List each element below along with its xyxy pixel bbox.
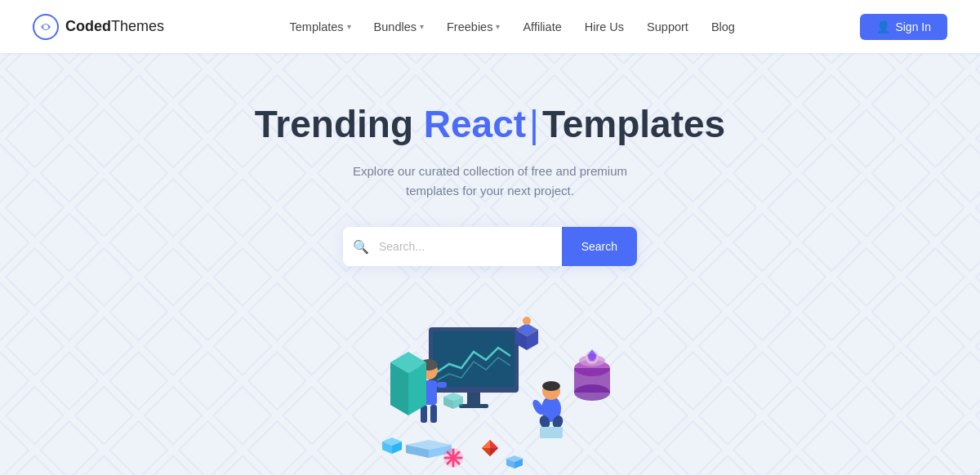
hero-title-highlight: React bbox=[424, 103, 526, 145]
svg-marker-51 bbox=[482, 448, 490, 456]
hero-title: Trending React|Templates bbox=[255, 102, 725, 147]
svg-point-4 bbox=[43, 24, 48, 29]
signin-button[interactable]: 👤 Sign In bbox=[860, 14, 947, 40]
nav-item-blog[interactable]: Blog bbox=[711, 20, 735, 33]
search-icon: 🔍 bbox=[343, 239, 379, 255]
nav-item-hiresus[interactable]: Hire Us bbox=[585, 20, 624, 33]
chevron-down-icon: ▾ bbox=[420, 22, 424, 31]
hero-section: Trending React|Templates Explore our cur… bbox=[0, 53, 980, 475]
title-divider: | bbox=[529, 103, 539, 145]
illustration-svg bbox=[310, 291, 670, 475]
svg-rect-20 bbox=[430, 405, 437, 423]
hero-illustration bbox=[0, 291, 980, 475]
svg-point-32 bbox=[523, 317, 531, 325]
brand-icon bbox=[33, 14, 59, 40]
hero-title-part2: Templates bbox=[542, 103, 725, 145]
svg-rect-22 bbox=[437, 382, 447, 388]
nav-label-hireus: Hire Us bbox=[585, 20, 624, 33]
search-button[interactable]: Search bbox=[562, 227, 637, 266]
nav-links: Templates ▾ Bundles ▾ Freebies ▾ Affilia… bbox=[290, 20, 735, 33]
nav-item-bundles[interactable]: Bundles ▾ bbox=[374, 20, 424, 33]
chevron-down-icon: ▾ bbox=[496, 22, 500, 31]
nav-label-freebies: Freebies bbox=[447, 20, 492, 33]
svg-rect-6 bbox=[433, 331, 514, 387]
hero-subtitle: Explore our curated collection of free a… bbox=[347, 162, 633, 201]
nav-item-templates[interactable]: Templates ▾ bbox=[290, 20, 351, 33]
search-input[interactable] bbox=[379, 240, 562, 253]
svg-rect-7 bbox=[467, 393, 480, 404]
nav-label-support: Support bbox=[647, 20, 688, 33]
nav-item-freebies[interactable]: Freebies ▾ bbox=[447, 20, 500, 33]
svg-point-39 bbox=[574, 384, 610, 401]
nav-label-templates: Templates bbox=[290, 20, 344, 33]
svg-point-11 bbox=[542, 381, 560, 391]
chevron-down-icon: ▾ bbox=[347, 22, 351, 31]
navbar: CodedThemes Templates ▾ Bundles ▾ Freebi… bbox=[0, 0, 980, 53]
svg-marker-50 bbox=[482, 440, 490, 448]
brand-name: CodedThemes bbox=[65, 18, 164, 35]
search-bar: 🔍 Search bbox=[343, 227, 637, 266]
user-icon: 👤 bbox=[876, 20, 890, 33]
svg-rect-33 bbox=[523, 325, 530, 333]
nav-item-affiliate[interactable]: Affiliate bbox=[523, 20, 561, 33]
nav-label-blog: Blog bbox=[711, 20, 735, 33]
hero-title-part1: Trending bbox=[255, 103, 424, 145]
signin-label: Sign In bbox=[895, 20, 931, 33]
svg-rect-8 bbox=[459, 404, 488, 408]
svg-marker-49 bbox=[490, 448, 498, 456]
svg-marker-48 bbox=[490, 440, 498, 448]
brand-logo[interactable]: CodedThemes bbox=[33, 14, 164, 40]
svg-rect-14 bbox=[540, 427, 563, 438]
nav-label-bundles: Bundles bbox=[374, 20, 416, 33]
nav-label-affiliate: Affiliate bbox=[523, 20, 561, 33]
nav-item-support[interactable]: Support bbox=[647, 20, 688, 33]
